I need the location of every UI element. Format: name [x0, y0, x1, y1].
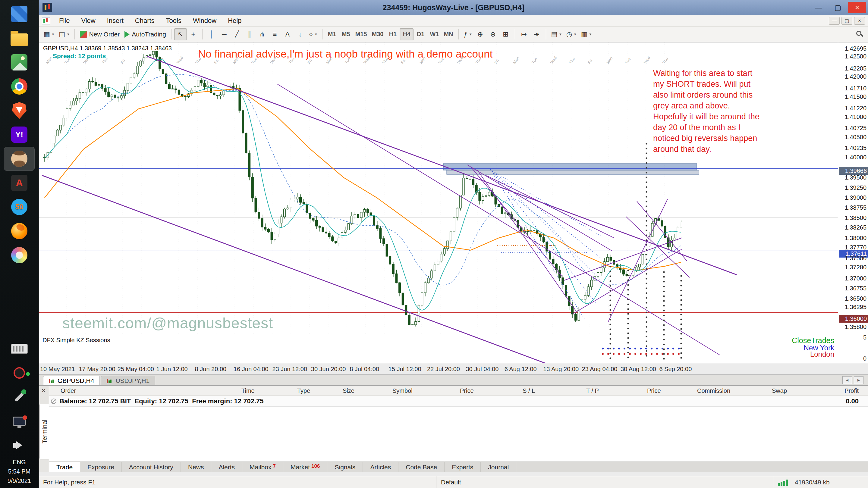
taskbar-item-person[interactable]	[4, 147, 34, 170]
taskbar-item-brave[interactable]	[4, 99, 34, 122]
profiles-button[interactable]: ◫▾	[56, 28, 71, 40]
andrews-pitchfork-button[interactable]: ⋔	[256, 28, 269, 40]
cursor-button[interactable]: ↖	[174, 28, 187, 40]
timeframe-w1-button[interactable]: W1	[427, 28, 441, 40]
terminal-tab-journal[interactable]: Journal	[481, 462, 516, 472]
horizontal-level-lines[interactable]	[39, 169, 838, 313]
timeframe-m30-button[interactable]: M30	[370, 28, 386, 40]
column-header-symbol[interactable]: Symbol	[393, 387, 412, 394]
text-button[interactable]: A	[281, 28, 294, 40]
zoom-in-button[interactable]: ⊕	[474, 28, 487, 40]
chart-tab-usdjpyh1[interactable]: USDJPY,H1	[101, 376, 155, 385]
search-icon[interactable]	[856, 31, 861, 36]
periods-button[interactable]: ◷▾	[564, 28, 579, 40]
terminal-tab-exposure[interactable]: Exposure	[80, 462, 122, 472]
timeframe-mn-button[interactable]: MN	[441, 28, 456, 40]
column-header-commission[interactable]: Commission	[697, 387, 730, 394]
timeframe-h1-button[interactable]: H1	[386, 28, 400, 40]
restore-button[interactable]: ▢	[829, 2, 847, 13]
column-header-size[interactable]: Size	[343, 387, 354, 394]
terminal-side-tab[interactable]: Terminal	[39, 404, 49, 459]
horizontal-line-button[interactable]: ─	[218, 28, 230, 40]
child-close-button[interactable]: ×	[854, 17, 865, 25]
terminal-tab-news[interactable]: News	[181, 462, 212, 472]
connection-status[interactable]: 41930/49 kb	[795, 479, 830, 486]
clock[interactable]: 5:54 PM	[8, 468, 30, 475]
taskbar-item-autocad[interactable]: A	[4, 171, 34, 195]
taskbar-item-recorder[interactable]	[4, 361, 34, 385]
menu-help[interactable]: Help	[222, 17, 247, 25]
new-order-button[interactable]: New Order	[78, 28, 122, 40]
taskbar-item-yahoo[interactable]: Y!	[4, 123, 34, 147]
timeframe-h4-button[interactable]: H4	[400, 28, 413, 40]
vertical-line-button[interactable]: │	[205, 28, 218, 40]
chart-window-icon[interactable]	[42, 17, 50, 24]
taskbar-item-start-tiles[interactable]	[4, 2, 34, 26]
menu-window[interactable]: Window	[187, 17, 222, 25]
tile-windows-button[interactable]: ⊞	[499, 28, 512, 40]
column-header-sl[interactable]: S / L	[523, 387, 535, 394]
chart-tab-gbpusdh4[interactable]: GBPUSD,H4	[43, 376, 100, 385]
child-restore-button[interactable]: ▢	[841, 17, 852, 25]
close-button[interactable]: ×	[848, 2, 866, 13]
menu-view[interactable]: View	[75, 17, 101, 25]
templates-button[interactable]: ▥▾	[579, 28, 594, 40]
terminal-tab-alerts[interactable]: Alerts	[211, 462, 242, 472]
child-minimize-button[interactable]: —	[829, 17, 840, 25]
menu-file[interactable]: File	[53, 17, 75, 25]
shapes-button[interactable]: ○▾	[307, 28, 319, 40]
indicators-button[interactable]: ƒ▾	[461, 28, 474, 40]
taskbar-item-palette[interactable]	[4, 243, 34, 267]
column-header-price[interactable]: Price	[647, 387, 661, 394]
terminal-tab-code-base[interactable]: Code Base	[398, 462, 444, 472]
taskbar-item-monitor[interactable]	[4, 410, 34, 433]
timeframe-m5-button[interactable]: M5	[339, 28, 353, 40]
chart-area[interactable]: MonTueWedThuFriMonTueWedThuFriMonTueWedT…	[39, 42, 838, 363]
scroll-tabs-right-icon[interactable]: ▸	[854, 376, 864, 384]
taskbar-item-folder[interactable]	[4, 27, 34, 50]
time-axis[interactable]: 10 May 202117 May 20:0025 May 04:001 Jun…	[39, 363, 868, 375]
connection-signal-icon[interactable]	[778, 479, 788, 486]
taskbar-item-keyboard[interactable]	[4, 337, 34, 361]
timeframe-m1-button[interactable]: M1	[325, 28, 339, 40]
equidistant-channel-button[interactable]: ∥	[243, 28, 256, 40]
column-header-tp[interactable]: T / P	[586, 387, 599, 394]
language-indicator[interactable]: ENG	[13, 459, 26, 466]
scroll-tabs-left-icon[interactable]: ◂	[842, 376, 852, 384]
column-header-time[interactable]: Time	[241, 387, 255, 394]
terminal-close-icon[interactable]: ×	[41, 387, 45, 395]
menu-charts[interactable]: Charts	[129, 17, 160, 25]
taskbar-item-chrome[interactable]	[4, 75, 34, 98]
arrow-button[interactable]: ↓	[294, 28, 307, 40]
menu-tools[interactable]: Tools	[160, 17, 187, 25]
terminal-tab-account-history[interactable]: Account History	[122, 462, 181, 472]
auto-scroll-button[interactable]: ↠	[530, 28, 543, 40]
date[interactable]: 9/9/2021	[7, 478, 31, 484]
taskbar-item-firefox[interactable]	[4, 219, 34, 243]
menu-insert[interactable]: Insert	[101, 17, 129, 25]
new-chart-window-button[interactable]: ▤▾	[549, 28, 564, 40]
taskbar-item-pen[interactable]	[4, 385, 34, 409]
column-header-swap[interactable]: Swap	[772, 387, 787, 394]
autotrading-button[interactable]: AutoTrading	[122, 28, 168, 40]
terminal-tab-trade[interactable]: Trade	[49, 462, 80, 472]
trendline-button[interactable]: ╱	[230, 28, 243, 40]
zoom-out-button[interactable]: ⊖	[487, 28, 499, 40]
terminal-tab-articles[interactable]: Articles	[363, 462, 398, 472]
price-scale[interactable]: 1.426951.425001.422051.420001.417101.415…	[838, 42, 868, 363]
taskbar-item-telegram[interactable]: 50	[4, 195, 34, 219]
taskbar-item-photos[interactable]	[4, 51, 34, 74]
taskbar-item-speaker[interactable]	[4, 433, 34, 457]
column-header-type[interactable]: Type	[297, 387, 310, 394]
new-chart-button[interactable]: ▦▾	[41, 28, 56, 40]
crosshair-button[interactable]: +	[187, 28, 199, 40]
terminal-tab-market[interactable]: Market106	[283, 462, 328, 472]
column-header-profit[interactable]: Profit	[844, 387, 859, 394]
timeframe-d1-button[interactable]: D1	[413, 28, 427, 40]
column-header-order[interactable]: Order	[61, 387, 76, 394]
terminal-tab-mailbox[interactable]: Mailbox7	[242, 462, 283, 472]
timeframe-m15-button[interactable]: M15	[353, 28, 370, 40]
terminal-tab-experts[interactable]: Experts	[444, 462, 481, 472]
fibonacci-button[interactable]: ≡	[269, 28, 281, 40]
chart-shift-button[interactable]: ↦	[518, 28, 530, 40]
